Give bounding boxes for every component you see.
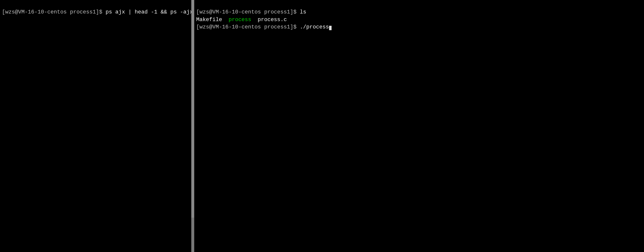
terminal-left[interactable]: [wzs@VM-16-10-centos process1]$ ps ajx |… <box>0 0 191 252</box>
terminal-right[interactable]: [wzs@VM-16-10-centos process1]$ ls Makef… <box>194 0 644 252</box>
right-command1: ls <box>300 9 306 15</box>
right-prompt2: [wzs@VM-16-10-centos process1]$ <box>196 24 300 30</box>
right-command2: ./process <box>300 24 329 30</box>
right-prompt1: [wzs@VM-16-10-centos process1]$ <box>196 9 300 15</box>
pane-divider <box>191 0 194 252</box>
ls-output-process: process <box>228 17 251 23</box>
terminal-left-content: [wzs@VM-16-10-centos process1]$ ps ajx |… <box>0 0 191 25</box>
terminal-right-content: [wzs@VM-16-10-centos process1]$ ls Makef… <box>194 0 644 40</box>
left-prompt: [wzs@VM-16-10-centos process1]$ <box>2 9 106 15</box>
right-cursor <box>329 26 332 30</box>
ls-output-processc: process.c <box>251 17 287 23</box>
ls-output-makefile: Makefile <box>196 17 228 23</box>
scrollbar[interactable] <box>191 218 194 252</box>
left-command: ps ajx | head -1 && ps -ajx | grep proce… <box>106 9 191 15</box>
